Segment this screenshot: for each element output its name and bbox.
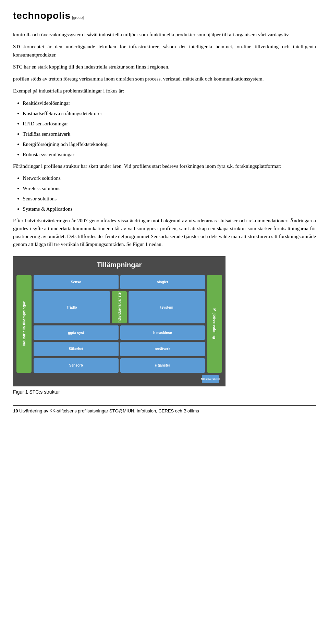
footer-text: Utvärdering av KK-stiftelsens profilsats…: [19, 408, 199, 413]
figure-grid: Industriella tillämpningar Senso ologier…: [16, 275, 222, 373]
header: technopolis [group]: [13, 10, 316, 21]
fig-row-1: Senso ologier: [34, 275, 205, 289]
fig-cell-2-mid: Individuella tjänster: [112, 291, 127, 323]
page: technopolis [group] kontroll- och överva…: [0, 0, 329, 424]
fig-cell-1-1: Senso: [34, 275, 119, 289]
fig-col-left: Industriella tillämpningar: [16, 275, 32, 373]
paragraph-2: STC-konceptet är den underliggande tekni…: [13, 43, 316, 59]
figure-logo: Mittuniversitetet: [200, 374, 221, 384]
paragraph-1: kontroll- och övervakningssystem i såväl…: [13, 31, 316, 39]
paragraph-5: Exempel på industriella problemställning…: [13, 87, 316, 95]
bullet-list-2: Network solutionsWireless solutionsSenso…: [13, 174, 316, 214]
footer: 10 Utvärdering av KK-stiftelsens profils…: [13, 405, 316, 413]
list-item: Kostnadseffektiva strålningsdetektorer: [13, 110, 316, 118]
figure-caption: Figur 1 STC:s struktur: [13, 389, 60, 395]
fig-col-right-label: Miljöövervakning: [212, 308, 217, 339]
fig-cell-1-2: ologier: [120, 275, 205, 289]
fig-cell-5-2: e tjänster: [120, 358, 205, 373]
list-item: Wireless solutions: [13, 185, 316, 193]
paragraph-3: STC har en stark koppling till den indus…: [13, 63, 316, 71]
fig-cell-5-1: Sensorb: [34, 358, 119, 373]
fig-mid-label: Individuella tjänster: [118, 291, 121, 323]
footer-page-number: 10: [13, 408, 18, 413]
fig-cell-3-2: h maskinse: [120, 325, 205, 340]
figure-logo-inner: Mittuniversitetet: [202, 375, 219, 383]
list-item: Realtidsvideolösningar: [13, 99, 316, 108]
brand-sub: [group]: [72, 15, 84, 20]
fig-row-4: Säkerhet ornätverk: [34, 342, 205, 356]
brand-main: technopolis: [13, 10, 71, 21]
fig-row-3: ggda syst h maskinse: [34, 325, 205, 340]
fig-row-2: Trådlö Individuella tjänster tsystem: [34, 291, 205, 323]
fig-cell-3-1: ggda syst: [34, 325, 119, 340]
fig-col-main: Senso ologier Trådlö Individuella tjänst…: [34, 275, 205, 373]
figure-container: Tillämpningar Industriella tillämpningar…: [13, 256, 316, 395]
fig-row-5: Sensorb e tjänster: [34, 358, 205, 373]
fig-cell-4-2: ornätverk: [120, 342, 205, 356]
fig-col-right: Miljöövervakning: [207, 275, 222, 373]
list-item: Trådlösa sensornätverk: [13, 130, 316, 139]
list-item: Systems & Applications: [13, 205, 316, 214]
paragraph-4: profilen stöds av tretton företag verksa…: [13, 75, 316, 83]
list-item: RFID sensorlösningar: [13, 120, 316, 128]
list-item: Sensor solutions: [13, 195, 316, 203]
list-item: Network solutions: [13, 174, 316, 183]
list-item: Robusta systemlösningar: [13, 151, 316, 159]
fig-cell-2-2: tsystem: [129, 291, 205, 323]
list-item: Energiförsörjning och lågeffektsteknolog…: [13, 140, 316, 149]
figure-logo-text: Mittuniversitetet: [201, 378, 220, 380]
paragraph-7: Efter halvtidsutvärderingen år 2007 geno…: [13, 217, 316, 249]
fig-cell-2-1: Trådlö: [34, 291, 110, 323]
paragraph-6: Förändringar i profilens struktur har sk…: [13, 162, 316, 170]
fig-cell-4-1: Säkerhet: [34, 342, 119, 356]
figure-image: Tillämpningar Industriella tillämpningar…: [13, 256, 226, 386]
bullet-list-1: RealtidsvideolösningarKostnadseffektiva …: [13, 99, 316, 160]
figure-title: Tillämpningar: [97, 261, 142, 269]
fig-col-left-label: Industriella tillämpningar: [22, 301, 26, 346]
